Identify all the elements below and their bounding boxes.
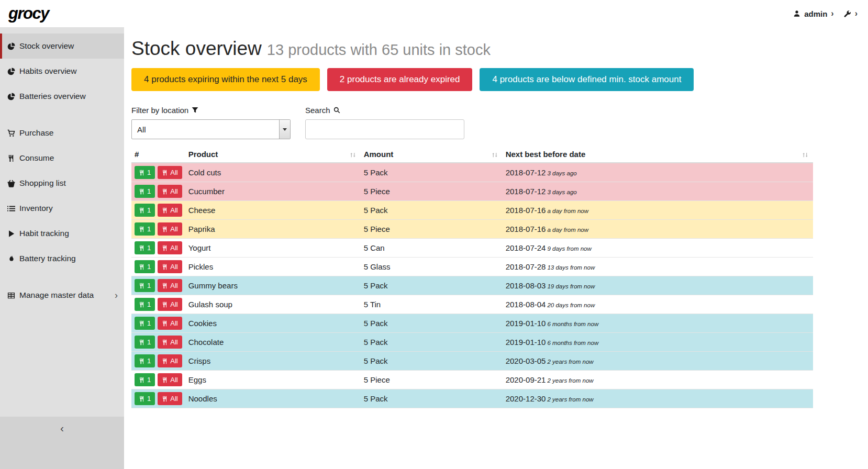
consume-all-button[interactable]: All <box>158 185 182 198</box>
best-before-note: a day from now <box>547 208 588 214</box>
consume-all-button[interactable]: All <box>158 166 182 179</box>
consume-all-button[interactable]: All <box>158 336 182 349</box>
sidebar-item-stock-overview[interactable]: Stock overview <box>0 34 124 59</box>
sidebar-item-purchase[interactable]: Purchase <box>0 120 124 146</box>
sidebar-collapse-button[interactable]: ‹ <box>0 417 124 469</box>
filter-icon <box>192 107 198 114</box>
best-before-note: 6 months from now <box>547 321 598 327</box>
table-row: 1 All Crisps 5 Pack 2020-03-052 years fr… <box>131 352 813 371</box>
utensils-icon <box>7 154 16 162</box>
sidebar-item-battery-tracking[interactable]: Battery tracking <box>0 246 124 271</box>
column-header-date[interactable]: Next best before date <box>503 148 813 163</box>
consume-one-button[interactable]: 1 <box>135 298 155 311</box>
consume-all-label: All <box>170 338 177 346</box>
page-subtitle: 13 products with 65 units in stock <box>267 41 491 58</box>
sidebar-item-manage-master-data[interactable]: Manage master data › <box>0 283 124 308</box>
utensils-icon <box>139 245 145 251</box>
consume-all-button[interactable]: All <box>158 260 182 273</box>
app-logo[interactable]: grocy <box>8 4 49 23</box>
consume-one-button[interactable]: 1 <box>135 336 155 349</box>
product-name: Paprika <box>188 225 215 233</box>
utensils-icon <box>162 283 168 289</box>
user-menu[interactable]: admin › <box>793 9 834 18</box>
table-row: 1 All Pickles 5 Glass 2018-07-2813 days … <box>131 258 813 276</box>
best-before-note: 3 days ago <box>547 170 576 176</box>
consume-one-label: 1 <box>147 282 151 289</box>
best-before-note: 19 days from now <box>547 283 595 289</box>
table-header-row: # Product Amount Next best before date <box>131 148 813 163</box>
consume-all-label: All <box>170 319 177 327</box>
consume-all-label: All <box>170 225 177 233</box>
column-header-product[interactable]: Product <box>185 148 361 163</box>
column-header-amount[interactable]: Amount <box>361 148 503 163</box>
utensils-icon <box>139 226 145 232</box>
location-filter-select[interactable]: All <box>131 119 291 139</box>
product-name: Pickles <box>188 262 214 271</box>
best-before-date: 2018-08-04 <box>506 300 546 309</box>
product-amount: 5 Can <box>364 243 385 252</box>
sort-icon <box>349 152 357 158</box>
consume-all-button[interactable]: All <box>158 241 182 254</box>
alert-below-min-button[interactable]: 4 products are below defined min. stock … <box>480 68 694 91</box>
utensils-icon <box>139 170 145 176</box>
consume-one-button[interactable]: 1 <box>135 222 155 236</box>
product-name: Gummy bears <box>188 281 238 290</box>
product-name: Cheese <box>188 206 216 215</box>
utensils-icon <box>139 396 145 402</box>
consume-one-button[interactable]: 1 <box>135 279 155 292</box>
alert-expiring-button[interactable]: 4 products expiring within the next 5 da… <box>131 68 320 91</box>
sidebar-item-label: Habits overview <box>19 66 76 76</box>
consume-all-button[interactable]: All <box>158 373 182 386</box>
settings-menu[interactable]: › <box>843 9 858 18</box>
table-row: 1 All Yogurt 5 Can 2018-07-249 days from… <box>131 239 813 258</box>
consume-all-button[interactable]: All <box>158 392 182 405</box>
consume-all-button[interactable]: All <box>158 354 182 367</box>
page-title: Stock overview13 products with 65 units … <box>131 38 813 60</box>
consume-all-button[interactable]: All <box>158 222 182 236</box>
sidebar-item-consume[interactable]: Consume <box>0 146 124 171</box>
product-amount: 5 Pack <box>364 168 388 177</box>
sidebar-item-habit-tracking[interactable]: Habit tracking <box>0 221 124 246</box>
sidebar-item-habits-overview[interactable]: Habits overview <box>0 59 124 84</box>
consume-one-button[interactable]: 1 <box>135 317 155 330</box>
consume-all-label: All <box>170 187 177 195</box>
best-before-note: 2 years from now <box>547 359 593 365</box>
sidebar-item-shopping-list[interactable]: Shopping list <box>0 171 124 196</box>
consume-all-button[interactable]: All <box>158 317 182 330</box>
sort-icon <box>491 152 498 158</box>
page-layout: Stock overview Habits overview Batteries… <box>0 27 868 469</box>
table-row: 1 All Cookies 5 Pack 2019-01-106 months … <box>131 314 813 333</box>
consume-all-button[interactable]: All <box>158 204 182 217</box>
search-input[interactable] <box>305 119 464 139</box>
best-before-date: 2019-01-10 <box>506 338 546 347</box>
best-before-note: 13 days from now <box>547 264 595 271</box>
consume-all-label: All <box>170 169 177 176</box>
consume-all-button[interactable]: All <box>158 298 182 311</box>
user-name: admin <box>804 9 827 18</box>
consume-one-button[interactable]: 1 <box>135 166 155 179</box>
alert-expired-button[interactable]: 2 products are already expired <box>327 68 473 91</box>
consume-one-button[interactable]: 1 <box>135 392 155 405</box>
column-header-index[interactable]: # <box>131 148 185 163</box>
table-row: 1 All Paprika 5 Piece 2018-07-16a day fr… <box>131 220 813 239</box>
consume-all-button[interactable]: All <box>158 279 182 292</box>
consume-one-button[interactable]: 1 <box>135 241 155 254</box>
best-before-note: 3 days ago <box>547 189 576 195</box>
sidebar-item-batteries-overview[interactable]: Batteries overview <box>0 84 124 109</box>
product-name: Eggs <box>188 375 206 384</box>
consume-one-button[interactable]: 1 <box>135 204 155 217</box>
chevron-right-icon: › <box>115 291 118 300</box>
table-row: 1 All Cheese 5 Pack 2018-07-16a day from… <box>131 201 813 220</box>
select-caret-icon <box>279 120 290 139</box>
consume-one-label: 1 <box>147 357 151 365</box>
consume-one-button[interactable]: 1 <box>135 373 155 386</box>
consume-one-button[interactable]: 1 <box>135 260 155 273</box>
utensils-icon <box>139 358 145 364</box>
consume-one-label: 1 <box>147 300 151 308</box>
best-before-date: 2018-07-12 <box>506 168 546 177</box>
product-name: Chocolate <box>188 338 224 347</box>
sidebar-item-inventory[interactable]: Inventory <box>0 196 124 221</box>
cart-icon <box>7 129 16 137</box>
consume-one-button[interactable]: 1 <box>135 354 155 367</box>
consume-one-button[interactable]: 1 <box>135 185 155 198</box>
